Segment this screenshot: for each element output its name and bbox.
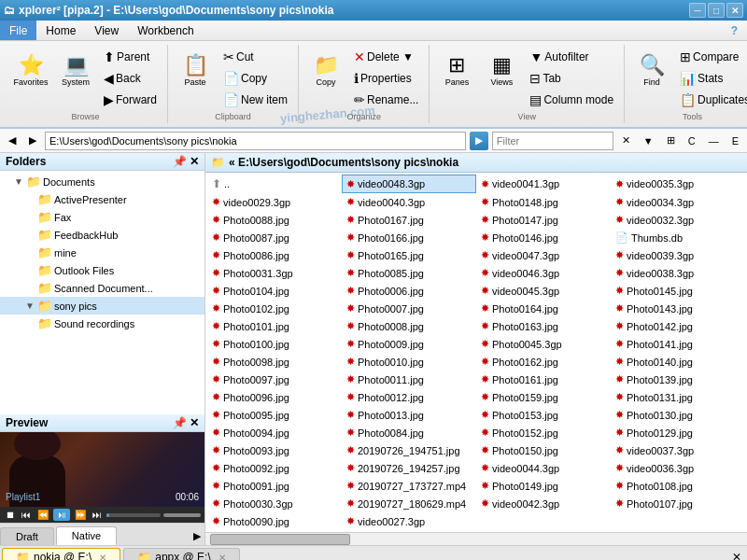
find-button[interactable]: 🔍 Find (630, 47, 673, 95)
ctrl-prev[interactable]: ⏮ (20, 509, 33, 521)
list-item[interactable]: ✸ Photo0045.3gp (476, 335, 611, 353)
list-item[interactable]: ✸ Photo0086.jpg (207, 246, 342, 264)
list-item[interactable]: ✸ video0027.3gp (342, 512, 476, 530)
list-item[interactable]: ✸ video0037.3gp (611, 441, 745, 459)
close-button[interactable]: ✕ (726, 3, 743, 18)
list-item[interactable]: ✸ Photo0087.jpg (207, 229, 342, 246)
list-item[interactable]: ✸ Photo0097.jpg (207, 371, 342, 388)
list-item[interactable]: ✸ Photo0142.jpg (611, 317, 745, 335)
list-item[interactable]: ✸ Photo0010.jpg (342, 353, 476, 371)
list-item[interactable]: ✸ Photo0088.jpg (207, 211, 342, 229)
list-item[interactable]: ✸ Photo0140.jpg (611, 353, 745, 371)
list-item[interactable]: ✸ Photo0145.jpg (611, 282, 745, 300)
list-item[interactable]: ✸ 20190727_173727.mp4 (342, 477, 476, 495)
copy-button[interactable]: 📄 Copy (218, 68, 292, 89)
tab-nokia-close[interactable]: ✕ (99, 553, 106, 561)
progress-bar[interactable] (106, 513, 161, 517)
menu-home[interactable]: Home (36, 21, 85, 40)
list-item[interactable]: ✸ Photo0141.jpg (611, 335, 745, 353)
list-item[interactable]: ✸ Photo0011.jpg (342, 371, 476, 388)
list-item[interactable]: ✸ Photo0101.jpg (207, 317, 342, 335)
properties-button[interactable]: ℹ Properties (349, 68, 423, 89)
list-item[interactable]: ✸ Photo0150.jpg (476, 441, 611, 459)
list-item[interactable]: ✸ Photo0159.jpg (476, 388, 611, 406)
list-item[interactable]: ✸ video0029.3gp (207, 193, 342, 211)
list-item[interactable]: ✸ Photo0162.jpg (476, 353, 611, 371)
tree-item[interactable]: ▼ 📁 Documents (0, 173, 204, 190)
list-item[interactable]: ✸ Photo0131.jpg (611, 388, 745, 406)
address-input[interactable] (45, 132, 466, 150)
tree-item[interactable]: ▼ 📁 sony pics (0, 297, 204, 315)
list-item[interactable]: ✸ Photo0012.jpg (342, 388, 476, 406)
tab-button[interactable]: ⊟ Tab (525, 68, 618, 89)
list-item[interactable]: ✸ video0048.3gp (342, 175, 476, 193)
list-item[interactable]: ✸ video0038.3gp (611, 264, 745, 282)
list-item[interactable]: ✸ video0040.3gp (342, 193, 476, 211)
list-item[interactable]: ✸ Photo0094.jpg (207, 424, 342, 441)
paste-button[interactable]: 📋 Paste (174, 47, 217, 95)
list-item[interactable]: ✸ Photo0007.jpg (342, 300, 476, 317)
horizontal-scrollbar[interactable] (205, 532, 747, 545)
maximize-button[interactable]: □ (708, 3, 725, 18)
tab-native[interactable]: Native (56, 526, 117, 545)
list-item[interactable]: ✸ Photo0098.jpg (207, 353, 342, 371)
list-item[interactable]: ✸ Photo0107.jpg (611, 495, 745, 512)
copy-to-button[interactable]: 📁 Copy (304, 47, 347, 95)
back-button[interactable]: ◀ Back (99, 68, 162, 89)
list-item[interactable]: ✸ Photo0149.jpg (476, 477, 611, 495)
list-item[interactable]: ✸ Photo0009.jpg (342, 335, 476, 353)
list-item[interactable]: ✸ Photo0100.jpg (207, 335, 342, 353)
list-item[interactable]: ✸ Photo0166.jpg (342, 229, 476, 246)
list-item[interactable]: ✸ Photo0153.jpg (476, 406, 611, 424)
tree-item[interactable]: 📁 Fax (0, 208, 204, 226)
list-item[interactable]: ✸ Photo0152.jpg (476, 424, 611, 441)
tree-item[interactable]: 📁 Sound recordings (0, 315, 204, 332)
parent-button[interactable]: ⬆ Parent (99, 47, 162, 67)
list-item[interactable]: ⬆ .. (207, 175, 342, 193)
list-item[interactable]: ✸ Photo0085.jpg (342, 264, 476, 282)
tabs-arrow[interactable]: ▶ (190, 527, 204, 545)
tree-item[interactable]: 📁 mine (0, 244, 204, 261)
list-item[interactable]: ✸ 20190726_194257.jpg (342, 459, 476, 477)
menu-file[interactable]: File (0, 21, 36, 40)
list-item[interactable]: ✸ Photo0146.jpg (476, 229, 611, 246)
menu-view[interactable]: View (85, 21, 128, 40)
preview-close-icon[interactable]: ✕ (190, 416, 199, 429)
preview-pin-icon[interactable]: 📌 (173, 416, 187, 429)
list-item[interactable]: ✸ video0041.3gp (476, 175, 611, 193)
list-item[interactable]: ✸ Photo0104.jpg (207, 282, 342, 300)
list-item[interactable]: ✸ 20190727_180629.mp4 (342, 495, 476, 512)
ctrl-rewind[interactable]: ⏪ (35, 509, 50, 521)
list-item[interactable]: ✸ video0036.3gp (611, 459, 745, 477)
folders-pin-icon[interactable]: 📌 (173, 155, 187, 168)
ctrl-forward[interactable]: ⏩ (73, 509, 88, 521)
list-item[interactable]: ✸ Photo0129.jpg (611, 424, 745, 441)
list-item[interactable]: ✸ Photo0031.3gp (207, 264, 342, 282)
minimize-button[interactable]: ─ (689, 3, 706, 18)
list-item[interactable]: ✸ video0045.3gp (476, 282, 611, 300)
rename-button[interactable]: ✏ Rename... (349, 90, 423, 110)
tree-item[interactable]: 📁 ActivePresenter (0, 190, 204, 208)
stats-button[interactable]: 📊 Stats (675, 68, 747, 89)
list-item[interactable]: ✸ 20190726_194751.jpg (342, 441, 476, 459)
help-button[interactable]: ? (722, 21, 747, 40)
filter-input[interactable] (492, 132, 613, 150)
system-button[interactable]: 💻 System (54, 47, 97, 95)
list-item[interactable]: ✸ Photo0143.jpg (611, 300, 745, 317)
tab-appx-close[interactable]: ✕ (218, 553, 226, 561)
tree-item[interactable]: 📁 Scanned Document... (0, 279, 204, 297)
ctrl-play[interactable]: ⏯ (53, 509, 70, 521)
view-toggle-button[interactable]: ⊞ (662, 133, 680, 148)
delete-button[interactable]: ✕ Delete ▼ (349, 47, 423, 67)
nav-forward-button[interactable]: ▶ (24, 133, 41, 148)
ctrl-stop[interactable]: ⏹ (4, 509, 17, 521)
list-item[interactable]: ✸ video0047.3gp (476, 246, 611, 264)
list-item[interactable]: ✸ Photo0148.jpg (476, 193, 611, 211)
volume-bar[interactable] (163, 513, 201, 517)
list-item[interactable]: ✸ video0032.3gp (611, 211, 745, 229)
view-detail-button[interactable]: C (684, 133, 700, 148)
list-item[interactable]: ✸ Photo0008.jpg (342, 317, 476, 335)
list-item[interactable]: ✸ Photo0139.jpg (611, 371, 745, 388)
list-item[interactable]: ✸ Photo0108.jpg (611, 477, 745, 495)
menu-workbench[interactable]: Workbench (128, 21, 203, 40)
